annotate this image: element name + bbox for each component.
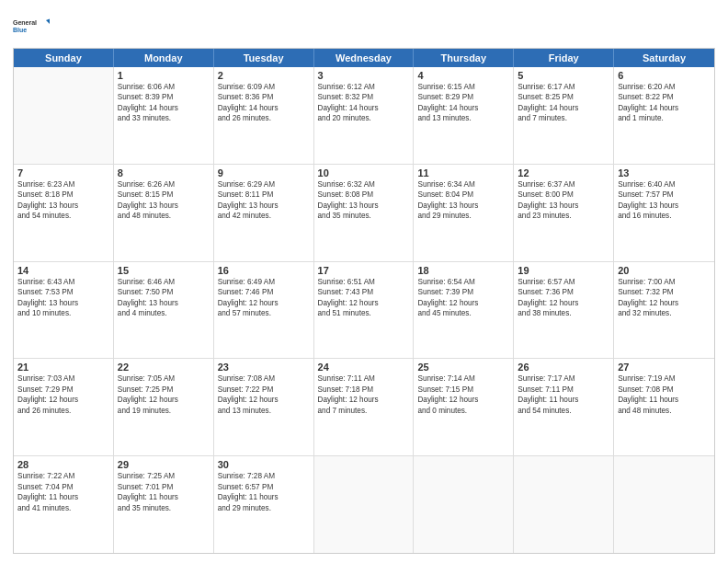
day-info: Sunrise: 6:12 AM Sunset: 8:32 PM Dayligh… [318,82,410,124]
day-info: Sunrise: 7:00 AM Sunset: 7:32 PM Dayligh… [618,277,711,319]
day-info: Sunrise: 6:54 AM Sunset: 7:39 PM Dayligh… [417,277,509,319]
calendar-day-10: 10Sunrise: 6:32 AM Sunset: 8:08 PM Dayli… [314,165,415,261]
calendar-day-24: 24Sunrise: 7:11 AM Sunset: 7:18 PM Dayli… [314,359,415,455]
day-info: Sunrise: 6:06 AM Sunset: 8:39 PM Dayligh… [118,82,210,124]
calendar-week-2: 7Sunrise: 6:23 AM Sunset: 8:18 PM Daylig… [14,164,714,261]
calendar-day-26: 26Sunrise: 7:17 AM Sunset: 7:11 PM Dayli… [514,359,614,455]
calendar-day-27: 27Sunrise: 7:19 AM Sunset: 7:08 PM Dayli… [614,359,714,455]
day-number: 24 [318,362,410,373]
day-number: 13 [618,167,711,178]
day-info: Sunrise: 7:17 AM Sunset: 7:11 PM Dayligh… [518,373,609,416]
calendar-week-4: 21Sunrise: 7:03 AM Sunset: 7:29 PM Dayli… [14,358,714,455]
day-info: Sunrise: 6:57 AM Sunset: 7:36 PM Dayligh… [518,277,609,319]
calendar-day-18: 18Sunrise: 6:54 AM Sunset: 7:39 PM Dayli… [414,262,514,359]
svg-text:General: General [13,19,37,26]
day-number: 4 [417,70,509,81]
calendar-week-3: 14Sunrise: 6:43 AM Sunset: 7:53 PM Dayli… [14,261,714,359]
day-info: Sunrise: 6:09 AM Sunset: 8:36 PM Dayligh… [218,82,310,124]
calendar-day-empty [314,456,415,553]
day-info: Sunrise: 6:17 AM Sunset: 8:25 PM Dayligh… [518,82,609,124]
day-info: Sunrise: 7:28 AM Sunset: 6:57 PM Dayligh… [218,471,310,513]
day-info: Sunrise: 6:49 AM Sunset: 7:46 PM Dayligh… [218,277,310,319]
header-day-sunday: Sunday [14,49,114,67]
calendar-day-12: 12Sunrise: 6:37 AM Sunset: 8:00 PM Dayli… [514,165,614,261]
day-number: 1 [118,70,210,81]
calendar-day-empty [514,456,614,553]
calendar-day-4: 4Sunrise: 6:15 AM Sunset: 8:29 PM Daylig… [414,67,514,164]
calendar-day-5: 5Sunrise: 6:17 AM Sunset: 8:25 PM Daylig… [514,67,614,164]
day-info: Sunrise: 6:34 AM Sunset: 8:04 PM Dayligh… [417,179,509,222]
calendar-day-23: 23Sunrise: 7:08 AM Sunset: 7:22 PM Dayli… [214,359,314,455]
header-day-tuesday: Tuesday [214,49,314,67]
calendar-week-5: 28Sunrise: 7:22 AM Sunset: 7:04 PM Dayli… [14,455,714,553]
day-number: 28 [17,459,109,470]
day-number: 6 [618,70,711,81]
day-number: 15 [118,265,210,276]
svg-text:Blue: Blue [13,27,27,33]
calendar-day-21: 21Sunrise: 7:03 AM Sunset: 7:29 PM Dayli… [14,359,114,455]
day-number: 23 [218,362,310,373]
day-number: 21 [17,362,109,373]
calendar-day-9: 9Sunrise: 6:29 AM Sunset: 8:11 PM Daylig… [214,165,314,261]
header-day-friday: Friday [514,49,614,67]
calendar-day-28: 28Sunrise: 7:22 AM Sunset: 7:04 PM Dayli… [14,456,114,553]
day-info: Sunrise: 7:05 AM Sunset: 7:25 PM Dayligh… [118,373,210,416]
calendar-day-empty [14,67,114,164]
calendar-day-empty [414,456,514,553]
day-number: 30 [218,459,310,470]
calendar-week-1: 1Sunrise: 6:06 AM Sunset: 8:39 PM Daylig… [14,67,714,164]
calendar-day-15: 15Sunrise: 6:46 AM Sunset: 7:50 PM Dayli… [114,262,214,359]
svg-marker-2 [46,18,50,24]
day-number: 19 [518,265,609,276]
logo-svg: General Blue [13,9,50,42]
logo: General Blue [13,9,50,42]
calendar: SundayMondayTuesdayWednesdayThursdayFrid… [13,48,715,554]
day-info: Sunrise: 6:40 AM Sunset: 7:57 PM Dayligh… [618,179,711,222]
calendar-day-19: 19Sunrise: 6:57 AM Sunset: 7:36 PM Dayli… [514,262,614,359]
calendar-day-25: 25Sunrise: 7:14 AM Sunset: 7:15 PM Dayli… [414,359,514,455]
calendar-day-6: 6Sunrise: 6:20 AM Sunset: 8:22 PM Daylig… [614,67,714,164]
calendar-day-13: 13Sunrise: 6:40 AM Sunset: 7:57 PM Dayli… [614,165,714,261]
day-info: Sunrise: 7:11 AM Sunset: 7:18 PM Dayligh… [318,373,410,416]
calendar-day-8: 8Sunrise: 6:26 AM Sunset: 8:15 PM Daylig… [114,165,214,261]
day-info: Sunrise: 6:51 AM Sunset: 7:43 PM Dayligh… [318,277,410,319]
calendar-day-17: 17Sunrise: 6:51 AM Sunset: 7:43 PM Dayli… [314,262,415,359]
calendar-day-1: 1Sunrise: 6:06 AM Sunset: 8:39 PM Daylig… [114,67,214,164]
day-info: Sunrise: 6:29 AM Sunset: 8:11 PM Dayligh… [218,179,310,222]
calendar-day-29: 29Sunrise: 7:25 AM Sunset: 7:01 PM Dayli… [114,456,214,553]
header-day-monday: Monday [114,49,214,67]
day-info: Sunrise: 6:32 AM Sunset: 8:08 PM Dayligh… [318,179,410,222]
calendar-day-7: 7Sunrise: 6:23 AM Sunset: 8:18 PM Daylig… [14,165,114,261]
calendar-header: SundayMondayTuesdayWednesdayThursdayFrid… [14,49,714,67]
day-number: 29 [118,459,210,470]
day-number: 27 [618,362,711,373]
day-number: 8 [118,167,210,178]
day-number: 12 [518,167,609,178]
day-info: Sunrise: 7:25 AM Sunset: 7:01 PM Dayligh… [118,471,210,513]
calendar-day-16: 16Sunrise: 6:49 AM Sunset: 7:46 PM Dayli… [214,262,314,359]
day-number: 22 [118,362,210,373]
day-number: 14 [17,265,109,276]
day-info: Sunrise: 6:26 AM Sunset: 8:15 PM Dayligh… [118,179,210,222]
calendar-day-empty [614,456,714,553]
day-info: Sunrise: 7:14 AM Sunset: 7:15 PM Dayligh… [417,373,509,416]
day-info: Sunrise: 6:23 AM Sunset: 8:18 PM Dayligh… [17,179,109,222]
day-number: 26 [518,362,609,373]
day-info: Sunrise: 7:08 AM Sunset: 7:22 PM Dayligh… [218,373,310,416]
day-number: 10 [318,167,410,178]
calendar-day-3: 3Sunrise: 6:12 AM Sunset: 8:32 PM Daylig… [314,67,415,164]
day-info: Sunrise: 6:46 AM Sunset: 7:50 PM Dayligh… [118,277,210,319]
day-number: 16 [218,265,310,276]
day-info: Sunrise: 6:43 AM Sunset: 7:53 PM Dayligh… [17,277,109,319]
day-number: 9 [218,167,310,178]
day-number: 7 [17,167,109,178]
header-day-wednesday: Wednesday [314,49,415,67]
day-number: 20 [618,265,711,276]
calendar-body: 1Sunrise: 6:06 AM Sunset: 8:39 PM Daylig… [14,67,714,553]
day-number: 2 [218,70,310,81]
day-number: 17 [318,265,410,276]
day-info: Sunrise: 7:03 AM Sunset: 7:29 PM Dayligh… [17,373,109,416]
calendar-day-14: 14Sunrise: 6:43 AM Sunset: 7:53 PM Dayli… [14,262,114,359]
calendar-day-22: 22Sunrise: 7:05 AM Sunset: 7:25 PM Dayli… [114,359,214,455]
day-info: Sunrise: 6:37 AM Sunset: 8:00 PM Dayligh… [518,179,609,222]
